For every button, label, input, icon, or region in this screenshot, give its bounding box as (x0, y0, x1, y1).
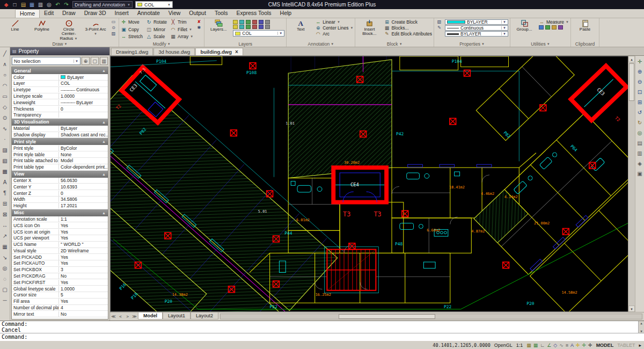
annotation-scale-label[interactable]: 1:1 (516, 343, 523, 348)
three-point-arc-button[interactable]: 3-Point Arc ▼ (83, 19, 108, 41)
layer-unisolate-icon[interactable] (239, 25, 244, 29)
property-row[interactable]: Cursor size5 (12, 292, 108, 299)
explode-icon[interactable]: ✱ (195, 25, 202, 31)
collapse-icon[interactable]: ▲ (102, 140, 106, 143)
menu-tab-home[interactable]: Home (15, 9, 40, 18)
ellipse-icon[interactable]: ⊙ (110, 25, 117, 31)
ortho-icon[interactable]: ∟ (540, 341, 545, 349)
polyline-button[interactable]: Polyline (30, 19, 54, 41)
edit-block-attributes-button[interactable]: ✎Edit Block Attributes (384, 31, 432, 37)
drawing-viewport[interactable]: P104P108P104P82P82P42P64CE3CE3CE4T3T3T2T… (110, 56, 628, 312)
property-row[interactable]: Transparency (12, 112, 108, 119)
property-row[interactable]: Print styleByColor (12, 145, 108, 151)
status-menu-icon[interactable]: ▸ (639, 343, 641, 348)
mtext-tool-icon[interactable]: ¶ (1, 188, 10, 198)
ribbon-panel-label-block[interactable]: Block▼ (357, 41, 432, 47)
ribbon-panel-label-utilities[interactable]: Utilities▼ (512, 41, 569, 47)
property-value[interactable]: Model (59, 158, 108, 163)
property-value[interactable]: " WORLD " (59, 242, 108, 247)
layer-lock-icon[interactable] (259, 20, 264, 24)
layer-unlock-icon[interactable] (265, 20, 270, 24)
property-value[interactable]: None (59, 152, 108, 157)
property-value[interactable]: ByLayer (59, 75, 108, 80)
construction-line-tool-icon[interactable]: ─ (1, 295, 10, 306)
point-tool-icon[interactable]: · (1, 134, 10, 144)
rotate-button[interactable]: ↻Rotate (146, 19, 167, 25)
ucs-green-icon[interactable]: ✛ (582, 341, 587, 349)
measure-radius-icon[interactable] (558, 25, 563, 30)
property-section-header[interactable]: General▲ (12, 67, 108, 74)
property-row[interactable]: Global linetype scale1.0000 (12, 286, 108, 292)
create-block-button[interactable]: ⊞Create Block (384, 19, 432, 25)
arc-annotation-button[interactable]: ◠Arc (315, 31, 353, 37)
menu-tab-view[interactable]: View (164, 9, 185, 18)
named-views-icon[interactable]: ▣ (636, 170, 644, 178)
array-button[interactable]: ▦Array▼ (170, 34, 193, 39)
paste-button[interactable]: Paste (573, 19, 597, 41)
property-row[interactable]: Set PICKDRAGNo (12, 273, 108, 280)
layer-dropdown[interactable]: COL ▼ (233, 30, 284, 37)
spline-tool-icon[interactable]: ∿ (1, 123, 10, 134)
ellipse-tool-icon[interactable]: ⊙ (1, 113, 10, 123)
scroll-down-icon[interactable]: ▼ (628, 306, 635, 312)
scroll-down-icon[interactable]: ▼ (640, 329, 642, 333)
property-value[interactable]: 3 (59, 267, 108, 272)
layer-states-icon[interactable] (265, 25, 270, 29)
circle-tool-icon[interactable]: ○ (1, 70, 10, 80)
property-value[interactable]: 0 (59, 106, 108, 112)
annotation-icon[interactable]: A (570, 341, 574, 349)
property-row[interactable]: ColorByLayer (12, 74, 108, 81)
layer-on-icon[interactable] (233, 20, 238, 24)
property-value[interactable]: No (59, 273, 108, 279)
property-row[interactable]: Print style tableNone (12, 151, 108, 158)
donut-tool-icon[interactable]: ◎ (1, 263, 10, 273)
linetype-dropdown[interactable]: Continuous ▼ (445, 25, 508, 31)
first-layout-icon[interactable]: ≪ (110, 314, 117, 319)
property-row[interactable]: Annotation scale1:1 (12, 216, 108, 223)
scroll-up-icon[interactable]: ▲ (628, 56, 635, 62)
vertical-scrollbar[interactable]: ▲ ▼ (628, 56, 635, 312)
vertical-scroll-thumb[interactable] (629, 63, 634, 101)
scale-button[interactable]: △Scale (146, 34, 167, 39)
menu-tab-tools[interactable]: Tools (210, 9, 232, 18)
property-row[interactable]: UCS Name" WORLD " (12, 242, 108, 248)
property-row[interactable]: LayerCOL (12, 81, 108, 87)
property-value[interactable]: 17.2021 (59, 203, 108, 208)
text-tool-icon[interactable]: A (1, 177, 10, 187)
property-row[interactable]: UCS icon OnYes (12, 222, 108, 229)
menu-tab-edit[interactable]: Edit (40, 9, 58, 18)
menu-tab-output[interactable]: Output (185, 9, 210, 18)
insert-block-button[interactable]: Insert Block... (357, 19, 382, 41)
command-window[interactable]: ▲▼ Command:Cancel Command: (0, 321, 644, 340)
collapse-icon[interactable]: ▲ (102, 69, 106, 72)
ribbon-panel-label-layers[interactable]: Layers (206, 41, 284, 47)
layout-tab-model[interactable]: Model (138, 312, 163, 319)
select-objects-icon[interactable]: ▢ (91, 57, 99, 65)
measure-area-icon[interactable] (545, 25, 550, 30)
open-icon[interactable]: ▤ (20, 1, 27, 8)
property-value[interactable]: ————Continuous (59, 87, 108, 92)
property-value[interactable]: 1.0000 (59, 93, 108, 99)
document-tab[interactable]: building.dwg× (195, 48, 243, 55)
layer-previous-icon[interactable] (252, 25, 257, 29)
region-tool-icon[interactable]: ▩ (1, 166, 10, 177)
layer-off-icon[interactable] (239, 20, 244, 24)
horizontal-scroll-thumb[interactable] (339, 314, 435, 319)
property-row[interactable]: Set PICKFIRSTYes (12, 279, 108, 286)
center-lines-button[interactable]: ⊕Center Lines▼ (315, 25, 353, 31)
rectangle-icon[interactable]: ▭ (110, 19, 117, 25)
new-drawing-icon[interactable]: □ (11, 1, 18, 8)
pickadd-toggle-icon[interactable]: ⊕ (82, 57, 90, 65)
property-row[interactable]: Thickness0 (12, 106, 108, 112)
line-button[interactable]: Line (3, 19, 27, 41)
zoom-extents-icon[interactable]: ⊞ (636, 98, 644, 106)
property-value[interactable]: 5 (59, 292, 108, 297)
property-row[interactable]: Set PICKBOX3 (12, 267, 108, 273)
ribbon-panel-label-properties[interactable]: Properties▼ (436, 41, 508, 47)
renderer-label[interactable]: OpenGL (494, 343, 513, 348)
collapse-icon[interactable]: ▲ (102, 211, 106, 215)
quick-select-icon[interactable]: ▥ (100, 57, 108, 65)
lwt-icon[interactable]: ≡ (566, 341, 568, 349)
ucs-dark-icon[interactable]: ✛ (588, 341, 592, 349)
blocks-button[interactable]: ▦Blocks... (384, 25, 432, 31)
